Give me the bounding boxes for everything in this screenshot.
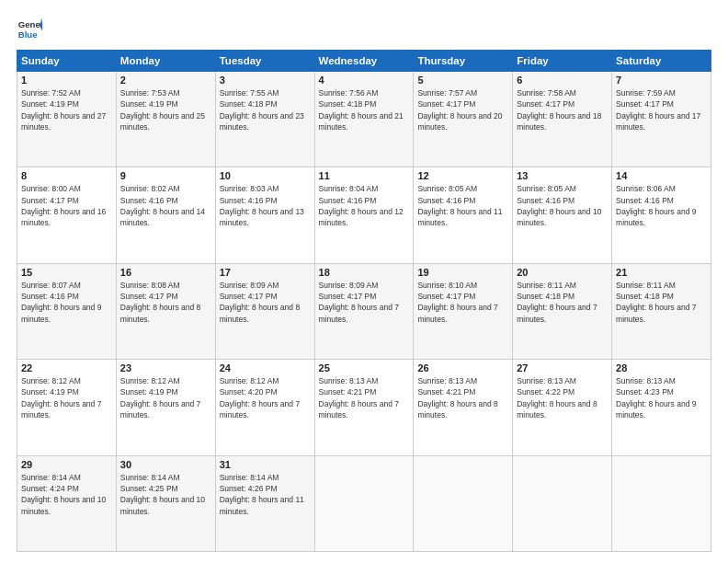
day-number: 28 [616, 362, 707, 373]
day-info: Sunrise: 7:56 AMSunset: 4:18 PMDaylight:… [319, 87, 410, 132]
day-number: 2 [120, 75, 211, 86]
weekday-header-row: SundayMondayTuesdayWednesdayThursdayFrid… [17, 51, 711, 72]
day-info: Sunrise: 8:10 AMSunset: 4:17 PMDaylight:… [417, 280, 508, 325]
day-info: Sunrise: 7:53 AMSunset: 4:19 PMDaylight:… [120, 87, 211, 132]
day-cell: 28Sunrise: 8:13 AMSunset: 4:23 PMDayligh… [612, 360, 711, 455]
day-number: 10 [220, 170, 311, 181]
day-cell: 16Sunrise: 8:08 AMSunset: 4:17 PMDayligh… [116, 263, 215, 359]
week-row-5: 29Sunrise: 8:14 AMSunset: 4:24 PMDayligh… [17, 455, 711, 551]
day-cell: 14Sunrise: 8:06 AMSunset: 4:16 PMDayligh… [612, 167, 711, 263]
weekday-monday: Monday [116, 51, 215, 72]
day-info: Sunrise: 8:12 AMSunset: 4:19 PMDaylight:… [120, 375, 211, 420]
weekday-sunday: Sunday [17, 51, 117, 72]
day-cell: 23Sunrise: 8:12 AMSunset: 4:19 PMDayligh… [116, 360, 215, 455]
day-number: 1 [21, 75, 112, 86]
day-cell: 31Sunrise: 8:14 AMSunset: 4:26 PMDayligh… [215, 455, 314, 551]
day-cell: 29Sunrise: 8:14 AMSunset: 4:24 PMDayligh… [17, 455, 117, 551]
weekday-thursday: Thursday [414, 51, 513, 72]
day-number: 9 [120, 170, 211, 181]
day-info: Sunrise: 8:08 AMSunset: 4:17 PMDaylight:… [120, 280, 211, 325]
day-cell: 15Sunrise: 8:07 AMSunset: 4:16 PMDayligh… [17, 263, 117, 359]
day-info: Sunrise: 8:11 AMSunset: 4:18 PMDaylight:… [616, 280, 707, 325]
day-number: 20 [517, 267, 608, 278]
day-info: Sunrise: 7:58 AMSunset: 4:17 PMDaylight:… [517, 87, 608, 132]
day-cell: 30Sunrise: 8:14 AMSunset: 4:25 PMDayligh… [116, 455, 215, 551]
day-cell: 19Sunrise: 8:10 AMSunset: 4:17 PMDayligh… [414, 263, 513, 359]
day-cell: 26Sunrise: 8:13 AMSunset: 4:21 PMDayligh… [414, 360, 513, 455]
weekday-wednesday: Wednesday [314, 51, 414, 72]
day-info: Sunrise: 8:05 AMSunset: 4:16 PMDaylight:… [517, 183, 608, 228]
day-cell [414, 455, 513, 551]
day-info: Sunrise: 8:04 AMSunset: 4:16 PMDaylight:… [319, 183, 410, 228]
day-number: 27 [517, 362, 608, 373]
day-cell: 8Sunrise: 8:00 AMSunset: 4:17 PMDaylight… [17, 167, 117, 263]
day-number: 12 [417, 170, 508, 181]
week-row-4: 22Sunrise: 8:12 AMSunset: 4:19 PMDayligh… [17, 360, 711, 455]
svg-text:Blue: Blue [18, 29, 38, 40]
day-number: 6 [517, 75, 608, 86]
day-cell: 21Sunrise: 8:11 AMSunset: 4:18 PMDayligh… [612, 263, 711, 359]
day-number: 14 [616, 170, 707, 181]
day-info: Sunrise: 8:09 AMSunset: 4:17 PMDaylight:… [220, 280, 311, 325]
day-info: Sunrise: 8:11 AMSunset: 4:18 PMDaylight:… [517, 280, 608, 325]
svg-text:General: General [18, 19, 42, 29]
day-cell: 27Sunrise: 8:13 AMSunset: 4:22 PMDayligh… [513, 360, 612, 455]
day-number: 7 [616, 75, 707, 86]
day-number: 31 [220, 459, 311, 470]
day-number: 23 [120, 362, 211, 373]
day-cell: 22Sunrise: 8:12 AMSunset: 4:19 PMDayligh… [17, 360, 117, 455]
week-row-2: 8Sunrise: 8:00 AMSunset: 4:17 PMDaylight… [17, 167, 711, 263]
day-number: 3 [220, 75, 311, 86]
day-cell: 7Sunrise: 7:59 AMSunset: 4:17 PMDaylight… [612, 72, 711, 167]
day-info: Sunrise: 8:03 AMSunset: 4:16 PMDaylight:… [220, 183, 311, 228]
day-number: 30 [120, 459, 211, 470]
day-info: Sunrise: 8:14 AMSunset: 4:25 PMDaylight:… [120, 472, 211, 517]
logo: General Blue [17, 17, 42, 42]
day-cell: 3Sunrise: 7:55 AMSunset: 4:18 PMDaylight… [215, 72, 314, 167]
day-number: 8 [21, 170, 112, 181]
calendar-body: 1Sunrise: 7:52 AMSunset: 4:19 PMDaylight… [17, 72, 711, 552]
day-number: 17 [220, 267, 311, 278]
day-number: 5 [417, 75, 508, 86]
day-cell [513, 455, 612, 551]
day-info: Sunrise: 7:57 AMSunset: 4:17 PMDaylight:… [417, 87, 508, 132]
day-number: 22 [21, 362, 112, 373]
day-number: 4 [319, 75, 410, 86]
day-cell: 20Sunrise: 8:11 AMSunset: 4:18 PMDayligh… [513, 263, 612, 359]
day-info: Sunrise: 8:12 AMSunset: 4:20 PMDaylight:… [220, 375, 311, 420]
day-info: Sunrise: 7:55 AMSunset: 4:18 PMDaylight:… [220, 87, 311, 132]
day-info: Sunrise: 8:07 AMSunset: 4:16 PMDaylight:… [21, 280, 112, 325]
day-cell: 12Sunrise: 8:05 AMSunset: 4:16 PMDayligh… [414, 167, 513, 263]
day-number: 19 [417, 267, 508, 278]
weekday-saturday: Saturday [612, 51, 711, 72]
day-cell: 11Sunrise: 8:04 AMSunset: 4:16 PMDayligh… [314, 167, 414, 263]
day-number: 21 [616, 267, 707, 278]
day-number: 15 [21, 267, 112, 278]
day-cell: 1Sunrise: 7:52 AMSunset: 4:19 PMDaylight… [17, 72, 117, 167]
day-cell: 6Sunrise: 7:58 AMSunset: 4:17 PMDaylight… [513, 72, 612, 167]
day-number: 13 [517, 170, 608, 181]
day-number: 26 [417, 362, 508, 373]
day-info: Sunrise: 8:05 AMSunset: 4:16 PMDaylight:… [417, 183, 508, 228]
day-info: Sunrise: 8:02 AMSunset: 4:16 PMDaylight:… [120, 183, 211, 228]
day-info: Sunrise: 8:06 AMSunset: 4:16 PMDaylight:… [616, 183, 707, 228]
day-cell: 18Sunrise: 8:09 AMSunset: 4:17 PMDayligh… [314, 263, 414, 359]
day-info: Sunrise: 7:59 AMSunset: 4:17 PMDaylight:… [616, 87, 707, 132]
day-number: 25 [319, 362, 410, 373]
day-number: 11 [319, 170, 410, 181]
day-cell [314, 455, 414, 551]
day-cell: 2Sunrise: 7:53 AMSunset: 4:19 PMDaylight… [116, 72, 215, 167]
day-cell: 9Sunrise: 8:02 AMSunset: 4:16 PMDaylight… [116, 167, 215, 263]
week-row-3: 15Sunrise: 8:07 AMSunset: 4:16 PMDayligh… [17, 263, 711, 359]
day-cell: 17Sunrise: 8:09 AMSunset: 4:17 PMDayligh… [215, 263, 314, 359]
day-cell: 25Sunrise: 8:13 AMSunset: 4:21 PMDayligh… [314, 360, 414, 455]
header: General Blue [17, 17, 711, 42]
day-cell: 4Sunrise: 7:56 AMSunset: 4:18 PMDaylight… [314, 72, 414, 167]
day-number: 16 [120, 267, 211, 278]
day-cell [612, 455, 711, 551]
day-info: Sunrise: 8:09 AMSunset: 4:17 PMDaylight:… [319, 280, 410, 325]
day-number: 29 [21, 459, 112, 470]
day-cell: 13Sunrise: 8:05 AMSunset: 4:16 PMDayligh… [513, 167, 612, 263]
day-info: Sunrise: 8:00 AMSunset: 4:17 PMDaylight:… [21, 183, 112, 228]
day-cell: 24Sunrise: 8:12 AMSunset: 4:20 PMDayligh… [215, 360, 314, 455]
